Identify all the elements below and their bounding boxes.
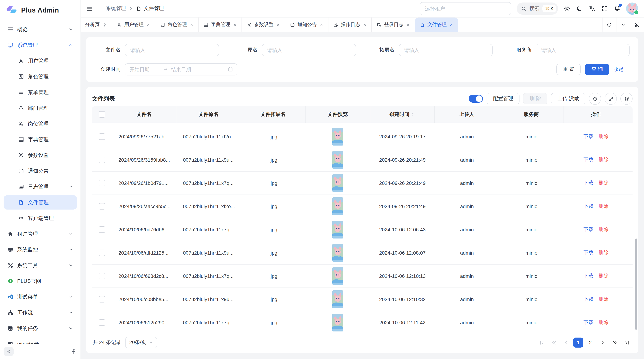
tab-file-management[interactable]: 文件管理 [415,17,458,32]
row-checkbox[interactable] [99,133,105,140]
sidebar-item-post-management[interactable]: 岗位管理 [4,117,77,131]
sidebar-item-menu-management[interactable]: 菜单管理 [4,85,77,99]
settings-gear-icon[interactable] [564,5,571,12]
end-date-input[interactable] [170,66,202,73]
fast-prev-button[interactable] [549,338,559,348]
filter-input-provider-control[interactable] [540,47,625,53]
sidebar-item-notice[interactable]: 通知公告 [4,164,77,178]
column-header-7[interactable]: 操作 [564,106,628,123]
file-preview-thumbnail[interactable] [332,290,343,308]
breadcrumb-item-system[interactable]: 系统管理 [98,5,126,12]
delete-link[interactable]: 删除 [598,133,608,140]
filter-input-extension[interactable] [399,44,493,56]
row-checkbox[interactable] [99,319,105,326]
sidebar-item-gitee-log[interactable]: gitee记录 [4,337,77,344]
user-avatar[interactable] [626,2,638,15]
tab-analysis[interactable]: 分析页 [80,17,112,32]
dark-mode-moon-icon[interactable] [576,5,583,12]
download-link[interactable]: 下载 [584,226,594,233]
file-preview-thumbnail[interactable] [332,314,343,332]
delete-link[interactable]: 删除 [598,203,608,210]
file-preview-thumbnail[interactable] [332,267,343,285]
collapse-filters-link[interactable]: 收起 [614,66,630,73]
sidebar-item-plus-website[interactable]: PLUS官网 [4,274,77,288]
row-checkbox[interactable] [99,296,105,303]
sidebar-item-system-monitor[interactable]: 系统监控 [4,242,77,257]
tab-menu-button[interactable] [616,17,630,32]
download-link[interactable]: 下载 [584,296,594,303]
sidebar-item-client-management[interactable]: 客户端管理 [4,211,77,225]
prev-page-button[interactable] [561,338,571,348]
first-page-button[interactable] [537,338,547,348]
row-checkbox[interactable] [99,203,105,210]
sidebar-item-user-management[interactable]: 用户管理 [4,54,77,68]
download-link[interactable]: 下载 [584,203,594,210]
table-fullscreen-button[interactable] [605,93,617,105]
file-preview-thumbnail[interactable] [332,244,343,262]
delete-link[interactable]: 删除 [598,296,608,303]
download-link[interactable]: 下载 [584,319,594,326]
delete-link[interactable]: 删除 [598,273,608,279]
sidebar-item-workflow[interactable]: 工作流 [4,305,77,320]
filter-input-origin-name[interactable] [262,44,356,56]
file-preview-thumbnail[interactable] [332,221,343,239]
search-button[interactable]: 查 询 [585,64,609,75]
column-header-4[interactable]: 创建时间 [370,106,435,123]
upload-button[interactable]: 上传 没做 [551,93,585,104]
file-preview-thumbnail[interactable] [332,197,343,215]
sidebar-item-tenant-management[interactable]: 租户管理 [4,227,77,241]
tenant-select[interactable] [420,2,511,15]
batch-delete-button[interactable]: 删 除 [523,93,548,104]
filter-input-provider[interactable] [536,44,630,56]
tab-notice[interactable]: 通知公告 [285,17,328,32]
sidebar-item-file-management[interactable]: 文件管理 [4,195,77,210]
column-header-0[interactable]: 文件名 [112,106,176,123]
table-refresh-button[interactable] [589,93,601,105]
column-header-5[interactable]: 上传人 [435,106,499,123]
delete-link[interactable]: 删除 [598,319,608,326]
filter-input-origin-name-control[interactable] [266,47,351,53]
config-management-button[interactable]: 配置管理 [486,93,520,104]
download-link[interactable]: 下载 [584,250,594,256]
hamburger-menu-icon[interactable] [86,5,93,12]
row-checkbox[interactable] [99,273,105,279]
refresh-tab-button[interactable] [602,17,616,32]
tab-role-management[interactable]: 角色管理 [155,17,198,32]
brand-logo[interactable]: Plus Admin [0,0,80,21]
column-header-3[interactable]: 文件预览 [306,106,370,123]
sidebar-collapse-button[interactable] [4,347,14,356]
sidebar-item-overview[interactable]: 概览 [4,22,77,36]
table-vertical-scrollbar[interactable] [635,239,637,330]
sidebar-pin-icon[interactable] [70,348,77,355]
date-range-picker[interactable] [125,63,237,75]
global-search[interactable]: 搜索 ⌘ K [516,2,558,15]
row-checkbox[interactable] [99,180,105,186]
column-header-2[interactable]: 文件拓展名 [241,106,306,123]
download-link[interactable]: 下载 [584,273,594,279]
fast-next-button[interactable] [610,338,620,348]
page-number-2[interactable]: 2 [585,338,595,348]
sidebar-item-system-tools[interactable]: 系统工具 [4,258,77,273]
row-checkbox[interactable] [99,226,105,233]
file-preview-thumbnail[interactable] [332,174,343,192]
sidebar-item-my-tasks[interactable]: 我的任务 [4,321,77,336]
row-checkbox[interactable] [99,157,105,163]
sidebar-item-dept-management[interactable]: 部门管理 [4,101,77,115]
sidebar-item-role-management[interactable]: 角色管理 [4,69,77,84]
delete-link[interactable]: 删除 [598,180,608,186]
sidebar-item-param-settings[interactable]: 参数设置 [4,148,77,162]
tab-user-management[interactable]: 用户管理 [112,17,155,32]
delete-link[interactable]: 删除 [598,226,608,233]
fullscreen-icon[interactable] [601,5,608,12]
breadcrumb-item-file[interactable]: 文件管理 [136,5,164,12]
delete-link[interactable]: 删除 [598,250,608,256]
tab-login-log[interactable]: 登录日志 [372,17,415,32]
page-size-select[interactable]: 20条/页 [126,337,157,348]
tab-operation-log[interactable]: 操作日志 [328,17,372,32]
row-checkbox[interactable] [99,250,105,256]
column-settings-button[interactable] [620,93,632,105]
next-page-button[interactable] [598,338,608,348]
reset-button[interactable]: 重 置 [556,64,581,75]
delete-link[interactable]: 删除 [598,157,608,163]
sidebar-item-log-management[interactable]: 日志管理 [4,179,77,194]
